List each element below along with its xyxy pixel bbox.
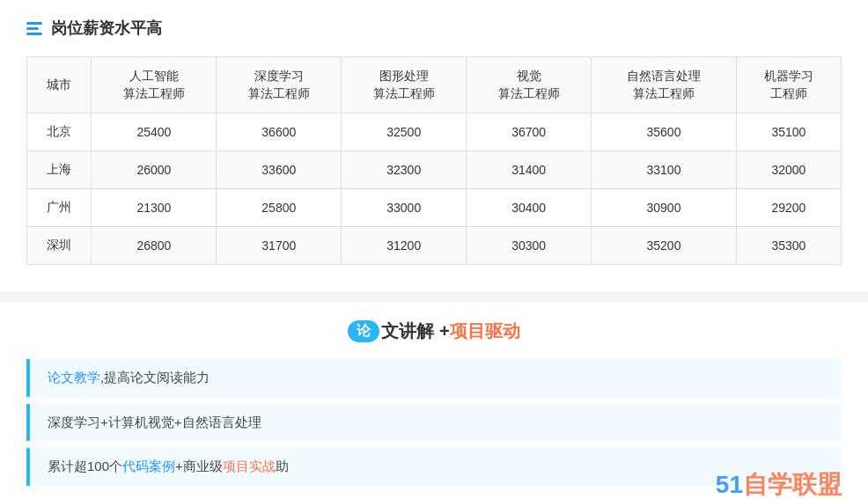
cell-value: 36600: [217, 114, 342, 151]
cell-value: 31200: [342, 227, 467, 265]
cell-value: 36700: [467, 114, 592, 151]
feature-text-1: ,提高论文阅读能力: [100, 370, 210, 385]
cell-value: 35100: [736, 114, 841, 151]
table-row: 北京254003660032500367003560035100: [27, 114, 842, 151]
salary-table: 城市 人工智能算法工程师 深度学习算法工程师 图形处理算法工程师 视觉算法工程师…: [26, 56, 842, 265]
title-rest: 文讲解 +: [381, 319, 449, 343]
bottom-section: 论文讲解 + 项目驱动 论文教学,提高论文阅读能力 深度学习+计算机视觉+自然语…: [0, 302, 868, 499]
cell-value: 29200: [736, 189, 841, 227]
feature-code-link[interactable]: 代码案例: [122, 459, 175, 473]
cell-city: 上海: [27, 151, 92, 189]
cell-value: 32500: [342, 114, 467, 151]
cell-value: 35300: [736, 227, 841, 265]
col-header-nlp: 自然语言处理算法工程师: [592, 57, 737, 114]
cloud-badge: 论: [348, 320, 379, 342]
cell-value: 25800: [217, 189, 342, 227]
cell-value: 33000: [342, 189, 467, 227]
cell-value: 35200: [592, 227, 737, 265]
feature-item-1: 论文教学,提高论文阅读能力: [26, 359, 842, 397]
cell-city: 北京: [27, 114, 92, 151]
col-header-vision: 视觉算法工程师: [467, 57, 592, 114]
feature-link-1[interactable]: 论文教学: [48, 370, 100, 385]
col-header-ml: 机器学习工程师: [736, 57, 841, 114]
col-header-ai: 人工智能算法工程师: [92, 57, 217, 114]
col-header-graphics: 图形处理算法工程师: [342, 57, 467, 114]
cell-value: 26800: [92, 227, 217, 265]
feature-item-2: 深度学习+计算机视觉+自然语言处理: [26, 404, 842, 442]
cell-value: 31700: [217, 227, 342, 265]
feature-title-text: 论文讲解 + 项目驱动: [348, 319, 519, 343]
title-highlight: 项目驱动: [450, 319, 520, 343]
feature-suffix-3: 助: [276, 459, 289, 473]
section-title: 岗位薪资水平高: [26, 18, 842, 39]
feature-list: 论文教学,提高论文阅读能力 深度学习+计算机视觉+自然语言处理 累计超100个代…: [26, 359, 842, 493]
feature-title: 论文讲解 + 项目驱动: [26, 319, 842, 343]
cell-value: 33600: [217, 151, 342, 189]
cell-value: 21300: [92, 189, 217, 227]
feature-middle-3: +商业级: [175, 459, 223, 473]
cell-value: 31400: [467, 151, 592, 189]
cell-city: 广州: [27, 189, 92, 227]
cell-value: 32000: [736, 151, 841, 189]
cell-value: 32300: [342, 151, 467, 189]
cell-city: 深圳: [27, 227, 92, 265]
col-header-city: 城市: [27, 57, 92, 114]
col-header-dl: 深度学习算法工程师: [217, 57, 342, 114]
table-row: 广州213002580033000304003090029200: [27, 189, 842, 227]
cell-value: 35600: [592, 114, 737, 151]
feature-prefix-3: 累计超100个: [48, 459, 122, 473]
feature-list-wrapper: 论文教学,提高论文阅读能力 深度学习+计算机视觉+自然语言处理 累计超100个代…: [26, 359, 842, 493]
cell-value: 33100: [592, 151, 737, 189]
feature-project-link[interactable]: 项目实战: [223, 459, 276, 473]
list-icon: [26, 22, 42, 35]
top-section: 岗位薪资水平高 城市 人工智能算法工程师 深度学习算法工程师 图形处理算法工程师…: [0, 0, 868, 291]
cell-value: 26000: [92, 151, 217, 189]
cell-value: 25400: [92, 114, 217, 151]
cell-value: 30400: [467, 189, 592, 227]
feature-item-3: 累计超100个代码案例+商业级项目实战助: [26, 448, 842, 486]
section-heading: 岗位薪资水平高: [51, 18, 162, 39]
feature-text-2: 深度学习+计算机视觉+自然语言处理: [48, 415, 261, 429]
table-header-row: 城市 人工智能算法工程师 深度学习算法工程师 图形处理算法工程师 视觉算法工程师…: [27, 57, 842, 114]
table-row: 深圳268003170031200303003520035300: [27, 227, 842, 265]
cell-value: 30900: [592, 189, 737, 227]
cell-value: 30300: [467, 227, 592, 265]
table-row: 上海260003360032300314003310032000: [27, 151, 842, 189]
